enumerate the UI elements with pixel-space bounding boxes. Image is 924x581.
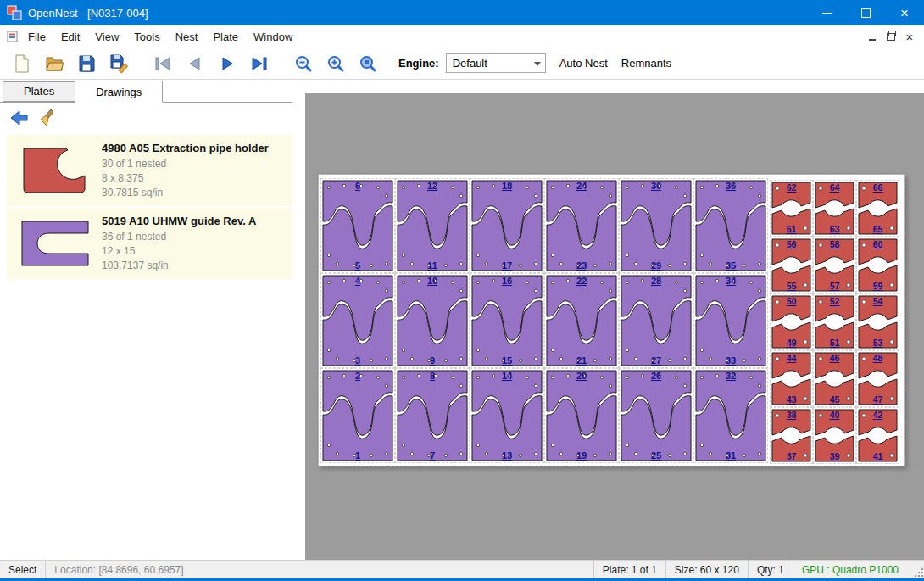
red-part-pair[interactable]: 6665 (856, 180, 899, 237)
part-number: 60 (857, 239, 899, 249)
red-part-pair[interactable]: 4645 (813, 350, 856, 407)
menu-plate[interactable]: Plate (205, 27, 246, 47)
purple-part-pair[interactable]: 1817 (470, 178, 544, 273)
purple-part-pair[interactable]: 3029 (619, 178, 693, 273)
mdi-restore-button[interactable] (882, 28, 900, 45)
purple-part-pair[interactable]: 109 (395, 273, 470, 368)
purple-part-pair[interactable]: 2625 (619, 368, 693, 463)
part-number: 40 (814, 410, 855, 420)
maximize-button[interactable] (846, 0, 885, 25)
auto-nest-button[interactable]: Auto Nest (559, 57, 608, 70)
part-number: 10 (396, 276, 469, 286)
save-as-button[interactable] (105, 50, 132, 77)
part-number: 9 (396, 355, 469, 366)
red-part-pair[interactable]: 4039 (813, 407, 856, 464)
save-button[interactable] (73, 50, 100, 77)
part-number: 46 (814, 353, 855, 363)
list-item-drawing-1[interactable]: 4980 A05 Extraction pipe holder 30 of 1 … (7, 135, 292, 206)
purple-part-pair[interactable]: 43 (320, 273, 395, 368)
status-plate: Plate: 1 of 1 (594, 564, 665, 576)
menu-file[interactable]: File (20, 27, 53, 47)
new-button[interactable] (8, 50, 36, 77)
red-part-pair[interactable]: 5453 (856, 293, 899, 350)
red-part-pair[interactable]: 3837 (770, 407, 813, 464)
mdi-minimize-button[interactable] (863, 28, 882, 45)
red-part-pair[interactable]: 6059 (856, 237, 899, 293)
purple-part-pair[interactable]: 1615 (470, 273, 544, 368)
menu-tools[interactable]: Tools (126, 27, 167, 47)
part-number: 35 (694, 260, 767, 271)
part-number: 48 (857, 353, 899, 363)
part-number: 4 (321, 276, 394, 286)
tab-plates[interactable]: Plates (3, 81, 75, 102)
plate[interactable]: 6512111817242330293635431091615222128273… (318, 174, 905, 466)
clear-drawings-button[interactable] (37, 106, 61, 130)
remnants-button[interactable]: Remnants (621, 57, 671, 70)
purple-part-pair[interactable]: 87 (395, 368, 470, 463)
menu-nest[interactable]: Nest (168, 27, 206, 47)
left-panel: Plates Drawings (0, 81, 292, 560)
red-part-pair[interactable]: 4241 (856, 407, 899, 464)
purple-part-icon (15, 216, 93, 271)
part-number: 53 (857, 338, 899, 348)
purple-part-pair[interactable]: 2827 (619, 273, 693, 368)
tab-drawings[interactable]: Drawings (75, 81, 163, 103)
engine-select[interactable]: Default (446, 53, 546, 73)
drawing-list: 4980 A05 Extraction pipe holder 30 of 1 … (0, 135, 292, 279)
part-number: 29 (620, 260, 693, 271)
status-qty: Qty: 1 (749, 564, 793, 576)
zoom-window-button[interactable] (354, 50, 381, 77)
purple-part-pair[interactable]: 65 (320, 178, 395, 273)
red-part-pair[interactable]: 5251 (813, 293, 856, 350)
part-number: 37 (771, 451, 812, 461)
red-part-pair[interactable]: 5655 (770, 237, 813, 293)
zoom-out-button[interactable] (290, 50, 317, 77)
menu-edit[interactable]: Edit (53, 27, 87, 47)
part-number: 7 (396, 450, 469, 461)
purple-part-pair[interactable]: 2423 (544, 178, 619, 273)
main-toolbar: Engine: Default Auto Nest Remnants (0, 47, 924, 80)
red-part-pair[interactable]: 5857 (813, 237, 856, 293)
first-plate-button[interactable] (149, 50, 176, 77)
part-number: 30 (620, 181, 693, 191)
previous-plate-button[interactable] (181, 50, 209, 77)
last-plate-button[interactable] (246, 50, 273, 77)
save-icon (76, 53, 97, 74)
purple-part-pair[interactable]: 21 (320, 368, 395, 463)
red-part-pair[interactable]: 6463 (813, 180, 856, 237)
purple-part-pair[interactable]: 3231 (693, 368, 768, 463)
drawings-toolbar (0, 103, 292, 133)
minimize-button[interactable] (807, 0, 846, 25)
purple-part-pair[interactable]: 1413 (470, 368, 544, 463)
status-bar: Select Location: [84.8696, 60.6957] Plat… (0, 560, 924, 578)
part-number: 13 (470, 450, 543, 461)
drawing-thumbnail (14, 145, 95, 196)
part-number: 25 (620, 450, 693, 461)
drawing-thumbnail (14, 216, 95, 271)
resize-grip[interactable] (910, 562, 924, 578)
red-part-pair[interactable]: 4443 (770, 350, 813, 407)
purple-part-pair[interactable]: 1211 (395, 178, 470, 273)
purple-part-pair[interactable]: 3433 (693, 273, 768, 368)
next-plate-button[interactable] (214, 50, 241, 77)
red-part-pair[interactable]: 4847 (856, 350, 899, 407)
purple-part-pair[interactable]: 2019 (544, 368, 619, 463)
menu-view[interactable]: View (87, 27, 126, 47)
title-bar: OpenNest - [N0317-004] × (0, 0, 924, 25)
close-button[interactable]: × (885, 0, 924, 25)
purple-part-pair[interactable]: 3635 (693, 178, 768, 273)
opennest-window: OpenNest - [N0317-004] × File Edit View … (0, 0, 924, 581)
mdi-close-button[interactable]: × (900, 28, 919, 45)
menu-window[interactable]: Window (246, 27, 300, 47)
part-number: 47 (857, 394, 899, 405)
open-button[interactable] (41, 50, 68, 77)
red-part-pair[interactable]: 6261 (770, 180, 813, 237)
import-drawing-button[interactable] (7, 106, 31, 130)
list-item-drawing-2[interactable]: 5019 A10 UHMW guide Rev. A 36 of 1 neste… (7, 208, 292, 279)
zoom-in-button[interactable] (322, 50, 349, 77)
red-part-pair[interactable]: 5049 (770, 293, 813, 350)
open-folder-icon (44, 53, 64, 74)
part-number: 15 (470, 355, 543, 366)
purple-part-pair[interactable]: 2221 (544, 273, 619, 368)
nest-canvas[interactable]: 6512111817242330293635431091615222128273… (305, 93, 924, 560)
